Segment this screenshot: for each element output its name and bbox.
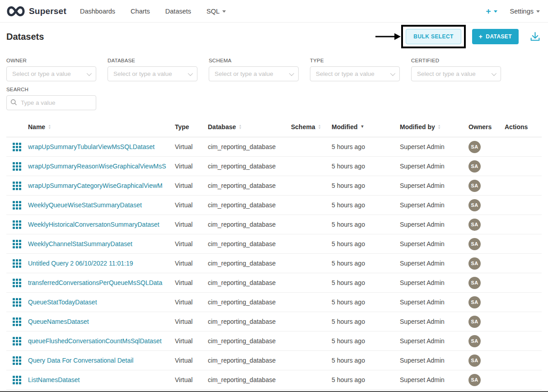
dataset-name-link[interactable]: WeeklyChannelStatSummaryDataset [28,240,175,247]
database-cell: cim_reporting_database [208,240,291,247]
dataset-grid-icon [6,143,28,151]
dataset-grid-icon [6,201,28,210]
select-placeholder: Select or type a value [417,70,476,77]
modified-cell: 5 hours ago [332,240,400,247]
bulk-select-button[interactable]: BULK SELECT [406,29,461,44]
col-header-database[interactable]: Database▲▼ [208,123,291,131]
database-cell: cim_reporting_database [208,376,291,383]
database-cell: cim_reporting_database [208,182,291,189]
chevron-down-icon [87,70,92,75]
header-actions: BULK SELECT + DATASET [375,25,541,48]
dataset-name-link[interactable]: ListNamesDataset [28,376,175,383]
filter-schema: SCHEMASelect or type a value [209,52,299,81]
owner-avatar: SA [468,374,481,386]
table-row: Untitled Query 2 06/10/2022 11:01:19Virt… [6,254,542,273]
table-row: WeeklyChannelStatSummaryDatasetVirtualci… [6,234,542,254]
filter-owner: OWNERSelect or type a value [6,52,96,81]
col-header-schema[interactable]: Schema▲▼ [291,123,332,131]
filter-select-certified[interactable]: Select or type a value [411,66,501,81]
search-label: SEARCH [6,87,96,92]
nav-item-charts[interactable]: Charts [131,8,150,15]
navbar: Superset DashboardsChartsDatasetsSQL + S… [0,0,548,23]
table-row: wrapUpSummaryReasonWiseGraphicalViewMsSV… [6,157,542,176]
filter-label: SCHEMA [209,58,299,63]
dataset-name-link[interactable]: transferredConversationsPerQueueMsSQLDat… [28,279,175,286]
name-cell: ListNamesDataset [28,376,175,383]
database-cell: cim_reporting_database [208,299,291,306]
table-row: ListNamesDatasetVirtualcim_reporting_dat… [6,370,542,390]
name-cell: queueFlushedConversationCountMsSqlDatase… [28,337,175,345]
dataset-name-link[interactable]: WeeklyQueueWiseStatSummaryDataset [28,201,175,209]
nav-item-dashboards[interactable]: Dashboards [80,8,115,15]
sort-desc-icon: ▼ [361,125,365,129]
plus-icon: + [486,6,491,16]
dataset-name-link[interactable]: queueFlushedConversationCountMsSqlDatase… [28,337,175,345]
sort-icon: ▲▼ [318,124,321,130]
modified-by-cell: Superset Admin [400,376,468,383]
dataset-grid-icon [6,337,28,345]
database-cell: cim_reporting_database [208,163,291,170]
sort-icon: ▲▼ [438,124,441,130]
modified-by-cell: Superset Admin [400,318,468,325]
settings-menu-button[interactable]: Settings [510,8,540,15]
filter-search: SEARCH [6,87,96,110]
chevron-down-icon [536,10,540,13]
col-header-owners: Owners [468,123,505,131]
col-header-modified[interactable]: Modified▼ [332,123,400,131]
dataset-name-link[interactable]: WeeklyHistoricalConversatonSummaryDatase… [28,221,175,228]
modified-by-cell: Superset Admin [400,240,468,247]
chevron-down-icon [222,10,226,13]
col-header-label: Modified [332,123,358,131]
filter-select-type[interactable]: Select or type a value [310,66,400,81]
new-menu-button[interactable]: + [486,6,497,16]
table-row: transferredConversationsPerQueueMsSQLDat… [6,273,542,293]
col-header-name[interactable]: Name▲▼ [28,123,175,131]
dataset-name-link[interactable]: Untitled Query 2 06/10/2022 11:01:19 [28,260,175,267]
superset-logo[interactable]: Superset [6,5,66,17]
select-placeholder: Select or type a value [215,70,273,77]
dataset-name-link[interactable]: QueueNamesDataset [28,318,175,325]
owner-avatar: SA [468,160,481,173]
modified-by-cell: Superset Admin [400,221,468,228]
nav-item-datasets[interactable]: Datasets [165,8,191,15]
dataset-grid-icon [6,298,28,307]
select-placeholder: Select or type a value [113,70,172,77]
database-cell: cim_reporting_database [208,221,291,228]
table-row: Query Data For Conversational DetailVirt… [6,351,542,370]
filter-type: TYPESelect or type a value [310,52,400,81]
nav-item-label: SQL [206,8,220,15]
modified-by-cell: Superset Admin [400,143,468,150]
datasets-table: Name▲▼TypeDatabase▲▼Schema▲▼Modified▼Mod… [6,117,542,390]
filter-select-schema[interactable]: Select or type a value [209,66,299,81]
dataset-name-link[interactable]: wrapUpSummaryCategoryWiseGraphicalViewM [28,182,175,189]
database-cell: cim_reporting_database [208,143,291,150]
dataset-grid-icon [6,376,28,384]
filter-select-owner[interactable]: Select or type a value [6,66,96,81]
add-dataset-button[interactable]: + DATASET [472,29,519,44]
nav-item-sql[interactable]: SQL [206,8,226,15]
col-header-modified-by[interactable]: Modified by▲▼ [400,123,468,131]
chevron-down-icon [494,10,497,13]
dataset-name-link[interactable]: wrapUpSummaryReasonWiseGraphicalViewMsS [28,163,175,170]
type-cell: Virtual [175,201,208,209]
modified-cell: 5 hours ago [332,337,400,345]
export-datasets-button[interactable] [529,31,541,42]
dataset-name-link[interactable]: wrapUpSummaryTubularViewMsSQLDataset [28,143,175,150]
owner-avatar: SA [468,316,481,328]
dataset-name-link[interactable]: QueueStatTodayDataset [28,299,175,306]
modified-cell: 5 hours ago [332,201,400,209]
type-cell: Virtual [175,376,208,383]
modified-cell: 5 hours ago [332,260,400,267]
type-cell: Virtual [175,299,208,306]
sort-icon: ▲▼ [239,124,242,130]
chevron-down-icon [289,70,294,75]
col-header-label: Modified by [400,123,435,131]
dataset-name-link[interactable]: Query Data For Conversational Detail [28,357,175,364]
type-cell: Virtual [175,357,208,364]
modified-by-cell: Superset Admin [400,299,468,306]
filter-select-database[interactable]: Select or type a value [108,66,197,81]
owner-avatar: SA [468,277,481,289]
download-icon [529,31,541,42]
search-input[interactable] [6,95,96,110]
table-header-row: Name▲▼TypeDatabase▲▼Schema▲▼Modified▼Mod… [6,117,542,137]
